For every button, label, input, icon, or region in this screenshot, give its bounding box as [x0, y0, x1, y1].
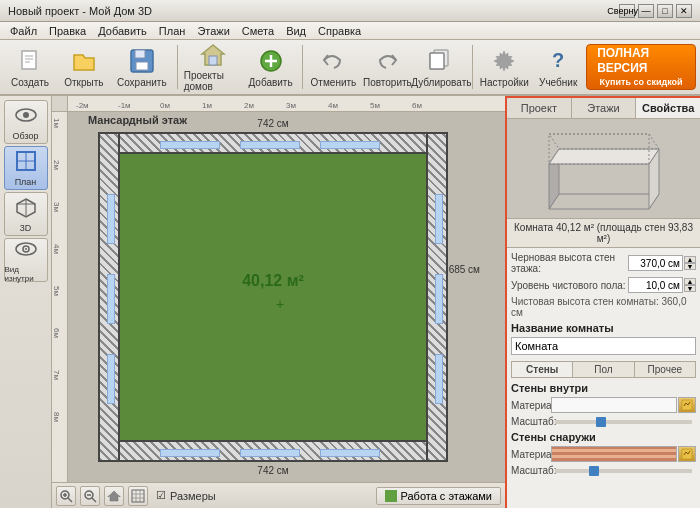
walls-outside-browse-button[interactable]: [678, 446, 696, 462]
menu-bar: Файл Правка Добавить План Этажи Смета Ви…: [0, 22, 700, 40]
canvas-bottom-toolbar: ☑ Размеры Работа с этажами: [52, 482, 505, 508]
floor-level-row: Уровень чистового пола: ▲ ▼: [511, 277, 696, 293]
svg-rect-44: [682, 400, 692, 410]
plan-button[interactable]: План: [4, 146, 48, 190]
sub-tabs: Стены Пол Прочее: [511, 361, 696, 378]
home-button[interactable]: [104, 486, 124, 506]
room-name-input[interactable]: [511, 337, 696, 355]
sep1: [177, 45, 178, 89]
walls-outside-scale-slider[interactable]: [555, 469, 692, 473]
interior-button[interactable]: Вид изнутри: [4, 238, 48, 282]
menu-view[interactable]: Вид: [280, 25, 312, 37]
restore-button[interactable]: Свернуть: [619, 4, 635, 18]
plan-icon: [15, 150, 37, 176]
walls-inside-scale-row: Масштаб:: [511, 416, 696, 427]
walls-inside-scale-label: Масштаб:: [511, 416, 551, 427]
menu-edit[interactable]: Правка: [43, 25, 92, 37]
open-button[interactable]: Открыть: [58, 42, 110, 92]
ruler-mark: 6м: [412, 101, 422, 110]
zoom-in-button[interactable]: [56, 486, 76, 506]
svg-rect-6: [136, 62, 148, 70]
overview-button[interactable]: Обзор: [4, 100, 48, 144]
sub-tab-other[interactable]: Прочее: [635, 362, 695, 377]
interior-label: Вид изнутри: [5, 265, 47, 283]
floor-level-down[interactable]: ▼: [684, 285, 696, 292]
overview-icon: [15, 104, 37, 130]
rough-height-up[interactable]: ▲: [684, 256, 696, 263]
save-button[interactable]: Сохранить: [112, 42, 172, 92]
walls-inside-browse-button[interactable]: [678, 397, 696, 413]
menu-floors[interactable]: Этажи: [191, 25, 235, 37]
wall-bottom: [98, 440, 448, 462]
walls-inside-material-input[interactable]: [551, 397, 677, 413]
undo-icon: [319, 47, 347, 75]
window-controls: Свернуть — □ ✕: [619, 4, 692, 18]
menu-plan[interactable]: План: [153, 25, 192, 37]
toolbar: Создать Открыть Сохранить Проекты домов …: [0, 40, 700, 96]
sub-tab-walls[interactable]: Стены: [512, 362, 573, 377]
floor-level-spinner: ▲ ▼: [684, 278, 696, 292]
walls-inside-scale-slider[interactable]: [555, 420, 692, 424]
rough-height-down[interactable]: ▼: [684, 263, 696, 270]
tab-properties[interactable]: Свойства: [636, 98, 700, 118]
rough-height-input[interactable]: [628, 255, 683, 271]
3d-button[interactable]: 3D: [4, 192, 48, 236]
maximize-button[interactable]: □: [657, 4, 673, 18]
tab-project[interactable]: Проект: [507, 98, 572, 118]
redo-button[interactable]: Повторить: [361, 42, 413, 92]
duplicate-icon: [427, 47, 455, 75]
walls-inside-scale-thumb[interactable]: [596, 417, 606, 427]
settings-button[interactable]: Настройки: [478, 42, 530, 92]
minimize-button[interactable]: —: [638, 4, 654, 18]
ruler-corner: [52, 96, 68, 112]
dimensions-toggle[interactable]: ☑ Размеры: [156, 489, 216, 502]
close-button[interactable]: ✕: [676, 4, 692, 18]
room-area-label: 40,12 м²: [242, 272, 304, 290]
walls-outside-material-label: Материал:: [511, 449, 551, 460]
menu-help[interactable]: Справка: [312, 25, 367, 37]
settings-label: Настройки: [480, 77, 529, 88]
ruler-mark: 0м: [160, 101, 170, 110]
walls-outside-scale-thumb[interactable]: [589, 466, 599, 476]
room-add-icon: +: [276, 296, 284, 312]
finish-height-row: Чистовая высота стен комнаты: 360,0 см: [511, 296, 696, 318]
duplicate-button[interactable]: Дублировать: [415, 42, 467, 92]
floor-canvas[interactable]: Мансардный этаж: [68, 112, 505, 482]
main-area: Обзор План 3D Вид изнутри -2м -1м: [0, 96, 700, 508]
floor-plan[interactable]: 40,12 м² + 742 см 742 см 685 см: [98, 132, 448, 462]
window: [435, 354, 443, 404]
create-button[interactable]: Создать: [4, 42, 56, 92]
menu-estimate[interactable]: Смета: [236, 25, 280, 37]
ruler-mark-v: 1м: [52, 118, 61, 128]
dimension-bottom: 742 см: [98, 465, 448, 476]
undo-button[interactable]: Отменить: [308, 42, 360, 92]
add-label: Добавить: [248, 77, 292, 88]
buy-button[interactable]: ПОЛНАЯ ВЕРСИЯ Купить со скидкой: [586, 44, 696, 90]
finish-height-label: Чистовая высота стен комнаты:: [511, 296, 659, 307]
grid-button[interactable]: [128, 486, 148, 506]
floor-work-button[interactable]: Работа с этажами: [376, 487, 502, 505]
ruler-horizontal: -2м -1м 0м 1м 2м 3м 4м 5м 6м: [68, 96, 505, 112]
3d-label: 3D: [20, 223, 32, 233]
ruler-mark: -1м: [118, 101, 131, 110]
panel-tabs: Проект Этажи Свойства: [507, 98, 700, 119]
ruler-mark-v: 7м: [52, 370, 61, 380]
floor-level-up[interactable]: ▲: [684, 278, 696, 285]
floor-level-input[interactable]: [628, 277, 683, 293]
sub-tab-floor[interactable]: Пол: [573, 362, 634, 377]
projects-button[interactable]: Проекты домов: [183, 42, 243, 92]
help-button[interactable]: ? Учебник: [532, 42, 584, 92]
wall-left: [98, 132, 120, 462]
tab-floors[interactable]: Этажи: [572, 98, 637, 118]
ruler-mark: 1м: [202, 101, 212, 110]
walls-outside-material-input[interactable]: [551, 446, 677, 462]
open-icon: [70, 47, 98, 75]
add-button[interactable]: Добавить: [245, 42, 297, 92]
room-floor: [120, 154, 426, 440]
menu-add[interactable]: Добавить: [92, 25, 153, 37]
menu-file[interactable]: Файл: [4, 25, 43, 37]
wall-top: [98, 132, 448, 154]
zoom-out-button[interactable]: [80, 486, 100, 506]
ruler-mark: 4м: [328, 101, 338, 110]
svg-rect-45: [682, 449, 692, 459]
